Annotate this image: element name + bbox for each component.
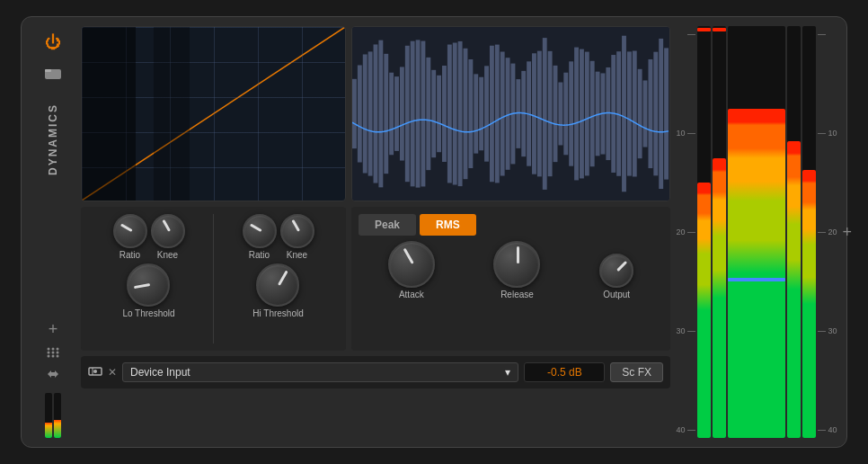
meter-label-top: — xyxy=(676,30,695,39)
meter-labels-right: — — 10 — 20 — 30 — 40 xyxy=(818,26,837,438)
release-group: Release xyxy=(493,241,540,299)
output-knob[interactable] xyxy=(599,254,633,288)
lo-knee-group: Knee xyxy=(151,214,185,260)
svg-point-2 xyxy=(48,348,50,351)
meter-fill-2r xyxy=(802,170,816,438)
meter-track-1l xyxy=(697,26,711,438)
lo-threshold-group: Lo Threshold xyxy=(122,263,174,318)
dropdown-arrow-icon: ▾ xyxy=(505,366,510,379)
top-row xyxy=(81,26,670,201)
lo-knee-knob[interactable] xyxy=(151,214,185,248)
hi-threshold-indicator xyxy=(279,270,288,285)
hi-section: Ratio Knee xyxy=(217,214,339,344)
lo-ratio-label: Ratio xyxy=(120,250,140,260)
svg-point-8 xyxy=(48,355,50,358)
hi-threshold-knob[interactable] xyxy=(256,263,299,307)
main-content: Ratio Knee xyxy=(81,26,670,438)
close-device-button[interactable]: ✕ xyxy=(108,366,117,379)
meter-group-2 xyxy=(787,26,816,438)
dark-stripe-2 xyxy=(154,27,190,201)
hi-knee-group: Knee xyxy=(280,214,314,260)
folder-icon xyxy=(45,67,61,83)
rms-button[interactable]: RMS xyxy=(420,214,476,236)
lo-threshold-label: Lo Threshold xyxy=(122,308,174,318)
hi-ratio-indicator xyxy=(249,223,261,231)
svg-point-10 xyxy=(57,355,59,358)
power-button[interactable]: ⏻ xyxy=(40,30,66,55)
release-knob[interactable] xyxy=(493,241,540,288)
folder-button[interactable] xyxy=(40,62,66,87)
plugin-title: DYNAMICS xyxy=(47,103,59,175)
meter-fill-2l xyxy=(787,141,801,438)
attack-knob[interactable] xyxy=(388,241,435,288)
meter-track-2r xyxy=(802,26,816,438)
meter-track-1r xyxy=(713,26,726,438)
hi-threshold-group: Hi Threshold xyxy=(252,263,304,318)
controls-row: Ratio Knee xyxy=(81,207,670,351)
meter-clip-1l xyxy=(697,28,711,31)
meter-fill-1l xyxy=(697,183,711,438)
hi-threshold-label: Hi Threshold xyxy=(252,308,304,318)
hi-ratio-group: Ratio xyxy=(243,214,277,260)
attack-label: Attack xyxy=(399,290,424,299)
hi-ratio-knob[interactable] xyxy=(243,214,277,248)
lo-threshold-knob[interactable] xyxy=(127,263,170,307)
meter-clip-1r xyxy=(713,28,726,31)
meter-rlabel-20: — 20 xyxy=(818,228,837,236)
meter-rlabel-top: — xyxy=(818,30,837,39)
lo-hi-inner: Ratio Knee xyxy=(88,214,339,344)
meter-group-1 xyxy=(697,26,726,438)
svg-point-9 xyxy=(52,355,55,358)
release-indicator xyxy=(517,246,519,263)
meter-labels-left: — 10 — 20 — 30 — 40 — xyxy=(676,26,695,438)
hi-knee-knob[interactable] xyxy=(280,214,314,248)
plus-left-icon[interactable]: + xyxy=(49,320,58,339)
device-icon xyxy=(88,364,102,381)
meter-label-30: 30 — xyxy=(676,326,695,335)
lo-ratio-group: Ratio xyxy=(113,214,147,260)
grid-icon[interactable] xyxy=(46,346,60,361)
lo-hi-separator xyxy=(213,214,214,344)
mini-meter-bar-r xyxy=(54,420,61,438)
sc-fx-button[interactable]: Sc FX xyxy=(610,362,663,382)
meter-label-40: 40 — xyxy=(676,425,695,434)
lo-top-knobs: Ratio Knee xyxy=(113,214,185,260)
lo-ratio-knob[interactable] xyxy=(113,214,147,248)
output-label: Output xyxy=(603,290,630,299)
waveform-display xyxy=(351,26,670,201)
route-icon[interactable] xyxy=(46,368,60,382)
hi-knee-indicator xyxy=(291,219,299,231)
mini-meters xyxy=(45,393,61,438)
meter-fill-wide xyxy=(728,109,785,438)
transfer-display xyxy=(81,26,346,201)
meters-wrapper: — 10 — 20 — 30 — 40 — xyxy=(676,26,837,438)
attack-group: Attack xyxy=(388,241,435,299)
db-display: -0.5 dB xyxy=(524,362,605,382)
waveform-canvas xyxy=(352,27,669,201)
lo-knee-label: Knee xyxy=(157,250,178,260)
lo-threshold-indicator xyxy=(134,283,150,289)
power-icon: ⏻ xyxy=(45,33,61,52)
meter-label-20: 20 — xyxy=(676,228,695,236)
lo-ratio-indicator xyxy=(120,223,131,231)
device-input-select[interactable]: Device Input ▾ xyxy=(122,362,518,382)
peak-rms-row: Peak RMS xyxy=(359,214,663,236)
meter-track-2l xyxy=(787,26,801,438)
meter-track-wide xyxy=(728,26,785,438)
meter-fill-1r xyxy=(713,158,726,438)
meter-rlabel-10: — 10 xyxy=(818,129,837,138)
svg-rect-1 xyxy=(45,69,51,72)
device-label: Device Input xyxy=(130,366,190,379)
plus-right-icon[interactable]: + xyxy=(842,223,852,242)
meter-rlabel-40: — 40 xyxy=(818,425,837,434)
hi-knee-label: Knee xyxy=(287,250,307,260)
attack-indicator xyxy=(403,248,413,264)
svg-point-4 xyxy=(57,348,59,351)
peak-button[interactable]: Peak xyxy=(359,214,416,236)
left-sidebar: ⏻ DYNAMICS + xyxy=(31,26,75,438)
output-indicator xyxy=(617,261,628,272)
svg-point-14 xyxy=(93,370,97,373)
meter-label-10: 10 — xyxy=(676,129,695,138)
meter-rlabel-30: — 30 xyxy=(818,326,837,335)
release-label: Release xyxy=(500,290,534,299)
